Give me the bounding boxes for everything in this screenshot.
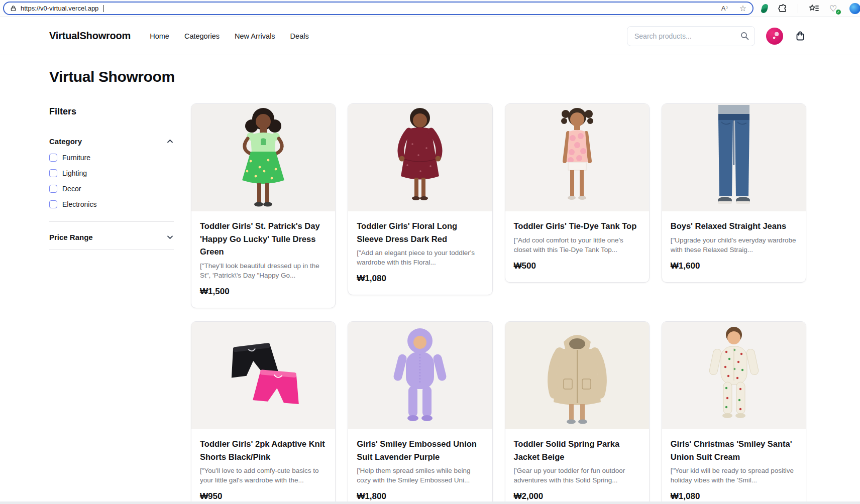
product-title: Toddler Girls' Floral Long Sleeve Dress … [357,220,483,245]
site-header: VirtualShowroom Home Categories New Arri… [0,17,860,55]
search-box [627,26,755,46]
filters-heading: Filters [49,106,174,117]
nav-link[interactable]: New Arrivals [235,32,275,40]
app-window: https://v0-virtual.vercel.app A⁾ ☆ ♡ ✓ [0,0,860,504]
price-range-filter-label: Price Range [49,233,93,241]
product-price: ₩2,000 [514,491,640,501]
product-price: ₩1,080 [357,274,483,284]
product-description: ["You'll love to add comfy-cute basics t… [200,466,327,485]
browser-essentials-icon[interactable]: ♡ ✓ [829,4,839,14]
product-description: ["Add cool comfort to your little one's … [514,235,640,255]
filters-sidebar: Filters Category Furniture Lighting Deco… [49,103,191,504]
product-title: Girls' Christmas 'Smiley Santa' Union Su… [671,438,797,463]
price-range-filter-toggle[interactable]: Price Range [49,225,174,249]
grammarly-extension-icon[interactable] [761,4,769,13]
product-card[interactable]: Toddler Girls' St. Patrick's Day 'Happy … [191,103,336,308]
product-image [662,104,806,211]
product-image [505,104,649,211]
product-title: Toddler Girls' St. Patrick's Day 'Happy … [200,220,327,259]
checkbox[interactable] [49,169,57,177]
chevron-down-icon [166,233,174,241]
read-aloud-icon[interactable]: A⁾ [721,5,728,12]
filter-option[interactable]: Electronics [49,200,174,208]
category-filter-toggle[interactable]: Category [49,132,174,154]
user-avatar[interactable] [766,28,783,45]
search-input[interactable] [627,26,755,46]
product-card[interactable]: Toddler Girls' Floral Long Sleeve Dress … [348,103,492,295]
toolbar-divider [798,4,798,13]
edge-profile-partial-icon[interactable] [849,3,860,14]
shopping-bag-icon [795,31,806,42]
main-nav: Home Categories New Arrivals Deals [150,32,308,40]
url-text[interactable]: https://v0-virtual.vercel.app [21,5,98,12]
filter-option-label: Electronics [62,200,96,208]
favorites-list-icon[interactable] [808,4,819,14]
check-badge-icon: ✓ [836,10,841,15]
brand-logo[interactable]: VirtualShowroom [49,30,131,42]
checkbox[interactable] [49,154,57,162]
browser-toolbar-icons: ♡ ✓ [762,3,853,14]
nav-link[interactable]: Home [150,32,169,40]
product-price: ₩500 [514,261,640,271]
checkbox[interactable] [49,185,57,193]
product-title: Toddler Girls' 2pk Adaptive Knit Shorts … [200,438,327,463]
checkbox[interactable] [49,200,57,208]
lock-icon [10,5,17,12]
product-card[interactable]: Girls' Smiley Embossed Union Suit Lavend… [348,321,492,504]
product-card[interactable]: Toddler Girls' 2pk Adaptive Knit Shorts … [191,321,336,504]
product-image [348,322,492,429]
category-filter-label: Category [49,137,82,146]
address-bar[interactable]: https://v0-virtual.vercel.app A⁾ ☆ [3,2,754,15]
category-filter-section: Category Furniture Lighting Decor Electr… [49,132,174,222]
product-description: ['Help them spread smiles while being co… [357,466,483,485]
product-card[interactable]: Toddler Girls' Tie-Dye Tank Top ["Add co… [505,103,650,283]
cart-button[interactable] [794,30,806,42]
filter-option-label: Decor [62,185,81,193]
search-icon[interactable] [740,32,749,40]
filter-option[interactable]: Furniture [49,154,174,162]
product-card[interactable]: Boys' Relaxed Straight Jeans ["Upgrade y… [662,103,806,283]
browser-chrome: https://v0-virtual.vercel.app A⁾ ☆ ♡ ✓ [0,0,860,17]
product-image [348,104,492,211]
product-description: ["Add an elegant piece to your toddler's… [357,248,483,267]
product-image [662,322,806,429]
nav-link[interactable]: Deals [290,32,309,40]
filter-option-label: Lighting [62,169,87,177]
product-grid: Toddler Girls' St. Patrick's Day 'Happy … [191,103,806,504]
extensions-puzzle-icon[interactable] [778,4,788,14]
page-title: Virtual Showroom [49,68,806,85]
filter-option[interactable]: Lighting [49,169,174,177]
main-content: Virtual Showroom Filters Category Furnit… [0,55,860,504]
chevron-up-icon [166,138,174,145]
filter-option[interactable]: Decor [49,185,174,193]
category-options: Furniture Lighting Decor Electronics [49,154,174,222]
product-title: Girls' Smiley Embossed Union Suit Lavend… [357,438,483,463]
favorite-star-icon[interactable]: ☆ [739,5,746,13]
product-image [191,322,335,429]
product-description: ['Gear up your toddler for fun outdoor a… [514,466,640,485]
text-caret [103,5,103,12]
product-price: ₩1,800 [357,491,483,501]
product-title: Boys' Relaxed Straight Jeans [671,220,797,233]
filter-option-label: Furniture [62,154,90,162]
product-title: Toddler Girls' Tie-Dye Tank Top [514,220,640,233]
product-image [191,104,335,211]
product-price: ₩1,080 [671,491,797,501]
page-bottom-edge [0,501,860,504]
product-description: ["Your kid will be ready to spread posit… [671,466,797,485]
product-title: Toddler Solid Spring Parka Jacket Beige [514,438,640,463]
product-description: ["Upgrade your child's everyday wardrobe… [671,235,797,255]
product-price: ₩1,500 [200,287,327,297]
product-price: ₩1,600 [671,261,797,271]
product-card[interactable]: Toddler Solid Spring Parka Jacket Beige … [505,321,650,504]
product-price: ₩950 [200,491,327,501]
product-image [505,322,649,429]
product-card[interactable]: Girls' Christmas 'Smiley Santa' Union Su… [662,321,806,504]
nav-link[interactable]: Categories [184,32,220,40]
product-description: ["They'll look beautiful dressed up in t… [200,261,327,280]
price-range-filter-section: Price Range [49,225,174,250]
